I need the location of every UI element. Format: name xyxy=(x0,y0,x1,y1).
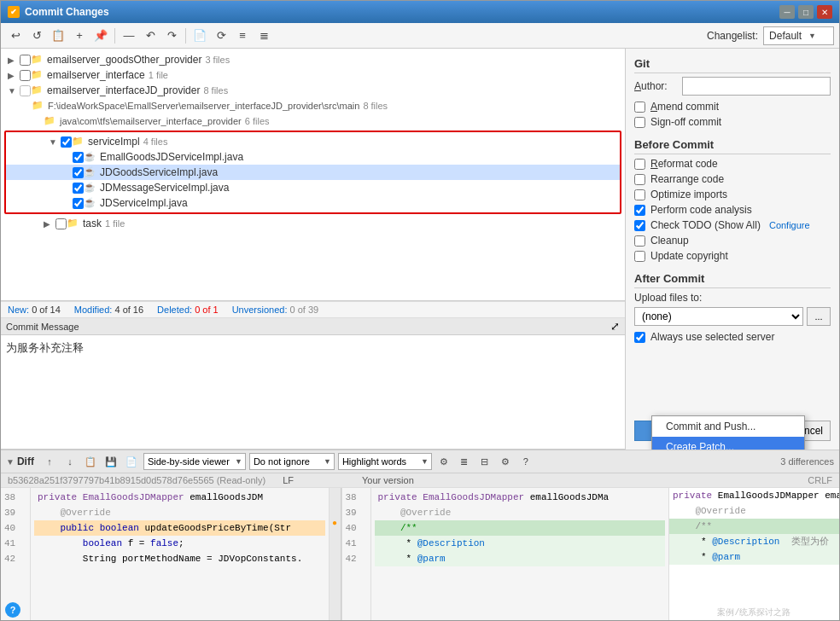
changelist-dropdown[interactable]: Default ▼ xyxy=(763,26,834,45)
diff-viewer-label: Side-by-side viewer xyxy=(148,456,230,467)
diff-copy-left-btn[interactable]: 📋 xyxy=(82,453,99,470)
update-copyright-row: Update copyright xyxy=(634,250,831,262)
amend-commit-checkbox[interactable] xyxy=(634,102,645,113)
file-checkbox[interactable] xyxy=(73,152,84,163)
expand-arrow-icon[interactable]: ▼ xyxy=(49,137,61,147)
cleanup-checkbox[interactable] xyxy=(634,235,645,247)
minimize-button[interactable]: ─ xyxy=(779,5,795,19)
code-analysis-checkbox[interactable] xyxy=(634,205,645,216)
configure-link[interactable]: Configure xyxy=(769,220,810,230)
diff-save-btn[interactable]: 💾 xyxy=(102,453,120,470)
list-item[interactable]: ▼ 📁 serviceImpl 4 files xyxy=(6,134,620,149)
commit-message-input[interactable]: 为服务补充注释 xyxy=(1,335,625,446)
optimize-imports-checkbox[interactable] xyxy=(634,189,645,200)
diff-up-btn[interactable]: ↑ xyxy=(41,453,58,470)
toolbar-redo-btn[interactable]: ↷ xyxy=(162,26,181,45)
toolbar-refresh-btn[interactable]: ↩ xyxy=(6,26,25,45)
list-item[interactable]: 📁 F:\ideaWorkSpace\EmallServer\emailserv… xyxy=(1,98,625,113)
status-unversioned[interactable]: Unversioned: 0 of 39 xyxy=(232,305,319,315)
diff-help-btn[interactable]: ? xyxy=(517,453,534,470)
maximize-button[interactable]: □ xyxy=(798,5,814,19)
expand-arrow-icon[interactable]: ▶ xyxy=(8,55,20,65)
upload-row: (none) ... xyxy=(634,307,831,326)
file-checkbox[interactable] xyxy=(73,167,84,178)
diff-file-btn[interactable]: 📄 xyxy=(123,453,140,470)
diff-lf: LF xyxy=(283,475,294,485)
signoff-commit-label[interactable]: Sign-off commit xyxy=(650,116,721,128)
rearrange-code-label[interactable]: Rearrange code xyxy=(650,173,724,185)
upload-select[interactable]: (none) xyxy=(634,307,803,326)
amend-commit-row: Amend commit xyxy=(634,101,831,113)
expand-arrow-icon[interactable]: ▶ xyxy=(44,219,55,229)
file-checkbox[interactable] xyxy=(73,183,84,194)
optimize-imports-label[interactable]: Optimize imports xyxy=(650,189,727,200)
context-menu-commit-push[interactable]: Commit and Push... xyxy=(652,416,804,437)
toolbar-add-btn[interactable]: + xyxy=(70,26,89,45)
file-tree[interactable]: ▶ 📁 emailserver_goodsOther_provider 3 fi… xyxy=(1,49,625,301)
rearrange-code-checkbox[interactable] xyxy=(634,174,645,185)
file-checkbox[interactable] xyxy=(61,136,72,148)
file-checkbox[interactable] xyxy=(20,85,31,96)
toolbar-minus-btn[interactable]: — xyxy=(120,26,138,45)
toolbar-doc-btn[interactable]: 📄 xyxy=(190,26,209,45)
close-button[interactable]: ✕ xyxy=(817,5,832,19)
list-item[interactable]: ▼ 📁 emailserver_interfaceJD_provider 8 f… xyxy=(1,83,625,98)
diff-settings-btn[interactable]: ⚙ xyxy=(435,453,452,470)
toolbar-list-btn[interactable]: ≡ xyxy=(233,26,252,45)
list-item[interactable]: ☕ JDServiceImpl.java xyxy=(6,195,620,211)
list-item[interactable]: ☕ JDMessageServiceImpl.java xyxy=(6,180,620,195)
list-item[interactable]: ▶ 📁 emailserver_goodsOther_provider 3 fi… xyxy=(1,52,625,67)
toolbar-revert-btn[interactable]: ↺ xyxy=(27,26,46,45)
signoff-commit-checkbox[interactable] xyxy=(634,117,645,128)
toolbar-sync-btn[interactable]: ⟳ xyxy=(212,26,230,45)
update-copyright-checkbox[interactable] xyxy=(634,251,645,262)
expand-arrow-icon[interactable]: ▼ xyxy=(8,86,20,96)
help-button[interactable]: ? xyxy=(5,602,20,618)
reformat-code-checkbox[interactable] xyxy=(634,159,645,170)
context-menu-create-patch[interactable]: Create Patch... xyxy=(652,437,804,450)
diff-code-line: /** xyxy=(375,520,666,536)
list-item[interactable]: ☕ JDGoodsServiceImpl.java xyxy=(6,165,620,180)
diff-side-by-side-btn[interactable]: ⊟ xyxy=(476,453,493,470)
check-todo-checkbox[interactable] xyxy=(634,220,645,231)
diff-down-btn[interactable]: ↓ xyxy=(61,453,79,470)
status-new[interactable]: New: 0 of 14 xyxy=(8,305,61,315)
list-item[interactable]: ▶ 📁 task 1 file xyxy=(1,216,625,231)
diff-inline-btn[interactable]: ≣ xyxy=(456,453,473,470)
list-item[interactable]: 📁 java\com\tfs\emailserver_interface_pro… xyxy=(1,113,625,129)
diff-highlight-dropdown[interactable]: Highlight words ▼ xyxy=(338,453,432,470)
toolbar-copy-btn[interactable]: 📋 xyxy=(49,26,67,45)
check-todo-label[interactable]: Check TODO (Show All) xyxy=(650,219,761,231)
file-checkbox[interactable] xyxy=(55,218,67,229)
update-copyright-label[interactable]: Update copyright xyxy=(650,250,728,262)
file-count: 8 files xyxy=(363,101,388,111)
upload-settings-btn[interactable]: ... xyxy=(807,307,831,326)
amend-commit-label[interactable]: Amend commit xyxy=(650,101,719,113)
author-input[interactable] xyxy=(682,77,831,96)
commit-message-expand-btn[interactable]: ⤢ xyxy=(610,320,620,333)
reformat-code-label[interactable]: Reformat code xyxy=(650,158,718,170)
code-analysis-label[interactable]: Perform code analysis xyxy=(650,204,752,216)
file-checkbox[interactable] xyxy=(20,55,31,66)
toolbar-settings-btn[interactable]: ≣ xyxy=(254,26,273,45)
diff-ignore-dropdown[interactable]: Do not ignore ▼ xyxy=(249,453,335,470)
status-deleted[interactable]: Deleted: 0 of 1 xyxy=(157,305,219,315)
toolbar-undo-btn[interactable]: ↶ xyxy=(141,26,160,45)
cleanup-label[interactable]: Cleanup xyxy=(650,235,689,247)
diff-code-line: String portMethodName = JDVopConstants. xyxy=(34,551,325,566)
always-use-server-checkbox[interactable] xyxy=(634,332,645,343)
file-checkbox[interactable] xyxy=(20,70,31,81)
diff-gear-btn[interactable]: ⚙ xyxy=(497,453,514,470)
always-use-server-label[interactable]: Always use selected server xyxy=(650,331,774,343)
list-item[interactable]: ☕ EmallGoodsJDServiceImpl.java xyxy=(6,149,620,165)
file-checkbox[interactable] xyxy=(73,198,84,209)
diff-viewer-dropdown[interactable]: Side-by-side viewer ▼ xyxy=(143,453,246,470)
expand-arrow-icon[interactable]: ▶ xyxy=(8,71,20,80)
commit-message-title: Commit Message xyxy=(6,322,79,332)
list-item[interactable]: ▶ 📁 emailserver_interface 1 file xyxy=(1,67,625,83)
status-modified[interactable]: Modified: 4 of 16 xyxy=(74,305,143,315)
folder-icon: 📁 xyxy=(31,69,44,81)
diff-collapse-icon[interactable]: ▼ xyxy=(6,457,15,467)
context-menu[interactable]: Commit and Push... Create Patch... Commi… xyxy=(651,415,805,450)
toolbar-pin-btn[interactable]: 📌 xyxy=(91,26,110,45)
